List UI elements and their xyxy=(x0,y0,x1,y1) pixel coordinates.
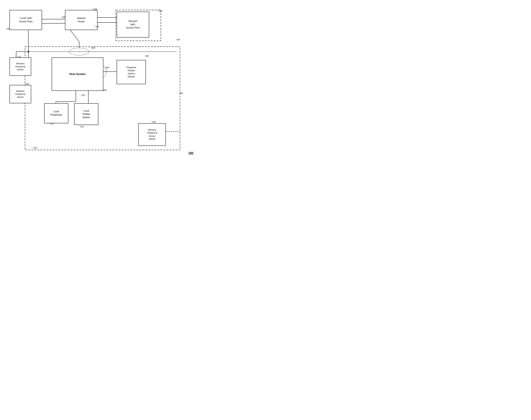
ref-130-tilde: ~ xyxy=(15,55,16,58)
ref-106: 106 xyxy=(105,66,109,69)
diagram: "Local" WiFi Access Point Network Router… xyxy=(0,0,200,158)
ref-108-tilde: ~ xyxy=(177,91,178,94)
local-display-box: Local Display System xyxy=(74,103,98,125)
ref-102: 102 xyxy=(33,147,37,149)
host-system-box: Host System xyxy=(52,58,103,91)
network-router-box: Network Router xyxy=(65,10,97,30)
ref-290: 290 xyxy=(91,47,95,49)
ref-108: 108 xyxy=(179,92,183,94)
ref-200: 200 xyxy=(103,89,107,91)
ref-112: 112 xyxy=(50,122,54,125)
local-wifi-box: "Local" WiFi Access Point xyxy=(10,10,42,30)
wireless-peripheral-2-box: Wireless Peripheral Device xyxy=(10,85,31,103)
ref-110-tilde: ~ xyxy=(78,125,79,127)
ref-138a: 138 xyxy=(62,16,65,18)
ref-132: 132 xyxy=(25,83,29,85)
ref-126: 126 xyxy=(6,28,10,30)
remote-wifi-box: "Remote" WiFi Access Point xyxy=(117,12,149,37)
wireless-peripheral-1-box: Wireless Peripheral Device xyxy=(10,58,31,76)
ref-106-tilde: ~ xyxy=(103,66,105,68)
svg-point-22 xyxy=(69,48,89,55)
wireless-peripheral-wpd-box: Wireless Peripheral Device (WPD) xyxy=(138,123,166,146)
ref-104: 104 xyxy=(176,38,180,41)
ref-128-tilde: ~ xyxy=(92,7,93,10)
svg-point-5 xyxy=(28,51,29,52)
ref-124-tilde: ~ xyxy=(93,25,95,27)
ref-120: 120 xyxy=(159,10,162,12)
ref-136-tilde: ~ xyxy=(150,120,151,122)
local-peripherals-box: Local Peripherals xyxy=(44,103,68,123)
ref-222: 222 xyxy=(81,94,85,96)
peripheral-display-wired-box: Peripheral Display System (Wired) xyxy=(117,60,146,84)
ref-138b: 138 xyxy=(145,55,149,57)
ref-124: 124 xyxy=(95,25,99,28)
ref-136: 136 xyxy=(152,121,156,123)
ref-128: 128 xyxy=(93,8,97,11)
ref-290-tilde: ~ xyxy=(89,46,91,48)
ref-132-tilde: ~ xyxy=(23,82,25,84)
ref-222-tilde: ~ xyxy=(79,93,80,96)
ref-130: 130 xyxy=(17,56,21,58)
ref-102-tilde: ~ xyxy=(31,146,33,149)
page-ref-100: 100 xyxy=(188,151,193,155)
ref-120-tilde: ~ xyxy=(157,9,158,12)
ref-112-tilde: ~ xyxy=(48,122,49,124)
ref-110: 110 xyxy=(80,125,84,128)
ref-200-tilde: ~ xyxy=(101,88,102,91)
